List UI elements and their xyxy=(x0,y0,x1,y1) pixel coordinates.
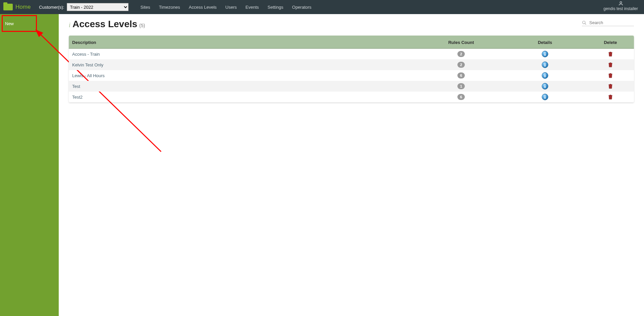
info-icon[interactable] xyxy=(542,94,548,100)
topbar: Home Customer(s): Train - 2022 Sites Tim… xyxy=(0,0,644,14)
svg-point-20 xyxy=(545,84,546,85)
trash-icon[interactable] xyxy=(607,83,613,90)
row-details[interactable] xyxy=(503,49,587,60)
search-input[interactable] xyxy=(589,20,633,25)
nav-sites[interactable]: Sites xyxy=(140,5,150,10)
page-count: (5) xyxy=(139,23,145,28)
customer-select[interactable]: Train - 2022 xyxy=(67,3,129,11)
info-icon[interactable] xyxy=(542,51,548,57)
nav-settings[interactable]: Settings xyxy=(267,5,283,10)
info-icon: i xyxy=(69,22,70,29)
page-header: i Access Levels (5) xyxy=(69,19,634,30)
table-row: Test26 xyxy=(69,92,634,102)
row-delete[interactable] xyxy=(587,81,634,92)
row-description[interactable]: Test xyxy=(69,81,419,92)
user-menu[interactable]: gendis test installer xyxy=(603,1,638,11)
page-title: Access Levels xyxy=(72,19,137,30)
nav-links: Sites Timezones Access Levels Users Even… xyxy=(140,5,311,10)
nav-access-levels[interactable]: Access Levels xyxy=(189,5,217,10)
new-button[interactable]: New xyxy=(0,14,59,33)
svg-line-3 xyxy=(585,23,586,24)
row-description[interactable]: Access - Train xyxy=(69,49,419,60)
row-description[interactable]: Test2 xyxy=(69,92,419,102)
row-rules: 2 xyxy=(419,49,503,60)
trash-icon[interactable] xyxy=(607,94,613,100)
svg-rect-16 xyxy=(545,75,546,77)
row-rules: 2 xyxy=(419,59,503,70)
search-icon xyxy=(582,20,587,25)
nav-users[interactable]: Users xyxy=(226,5,237,10)
sidebar: New xyxy=(0,14,59,316)
row-details[interactable] xyxy=(503,92,587,102)
row-delete[interactable] xyxy=(587,59,634,70)
home-label: Home xyxy=(15,4,31,10)
row-delete[interactable] xyxy=(587,92,634,102)
col-description[interactable]: Description xyxy=(69,37,419,49)
row-details[interactable] xyxy=(503,59,587,70)
svg-rect-6 xyxy=(545,53,546,56)
nav-events[interactable]: Events xyxy=(246,5,259,10)
svg-point-15 xyxy=(545,73,546,74)
svg-rect-26 xyxy=(545,96,546,99)
nav-timezones[interactable]: Timezones xyxy=(159,5,180,10)
table-row: Kelvin Test Only2 xyxy=(69,59,634,70)
svg-rect-11 xyxy=(545,64,546,67)
row-details[interactable] xyxy=(503,81,587,92)
row-description[interactable]: Kelvin Test Only xyxy=(69,59,419,70)
col-rules[interactable]: Rules Count xyxy=(419,37,503,49)
search-box[interactable] xyxy=(582,20,634,26)
svg-point-2 xyxy=(583,21,585,23)
customer-label: Customer(s): xyxy=(39,5,64,10)
user-name: gendis test installer xyxy=(603,6,638,11)
row-rules: 1 xyxy=(419,81,503,92)
info-icon[interactable] xyxy=(542,83,548,90)
trash-icon[interactable] xyxy=(607,72,613,79)
access-levels-table: Description Rules Count Details Delete A… xyxy=(69,36,634,102)
row-delete[interactable] xyxy=(587,70,634,81)
user-icon xyxy=(618,1,624,6)
col-delete[interactable]: Delete xyxy=(587,37,634,49)
svg-point-5 xyxy=(545,52,546,53)
svg-rect-21 xyxy=(545,86,546,88)
row-details[interactable] xyxy=(503,70,587,81)
row-rules: 6 xyxy=(419,92,503,102)
col-details[interactable]: Details xyxy=(503,37,587,49)
trash-icon[interactable] xyxy=(607,51,613,57)
table-row: Lewis - All Hours6 xyxy=(69,70,634,81)
svg-point-10 xyxy=(545,63,546,64)
nav-operators[interactable]: Operators xyxy=(292,5,311,10)
svg-point-0 xyxy=(620,2,622,3)
info-icon[interactable] xyxy=(542,61,548,68)
home-link[interactable]: Home xyxy=(3,4,31,10)
row-description[interactable]: Lewis - All Hours xyxy=(69,70,419,81)
table-row: Access - Train2 xyxy=(69,49,634,60)
row-delete[interactable] xyxy=(587,49,634,60)
table-row: Test1 xyxy=(69,81,634,92)
row-rules: 6 xyxy=(419,70,503,81)
folder-icon xyxy=(3,4,13,10)
svg-point-25 xyxy=(545,95,546,96)
main-content: i Access Levels (5) Description Rules Co… xyxy=(59,14,644,316)
info-icon[interactable] xyxy=(542,72,548,79)
trash-icon[interactable] xyxy=(607,61,613,68)
